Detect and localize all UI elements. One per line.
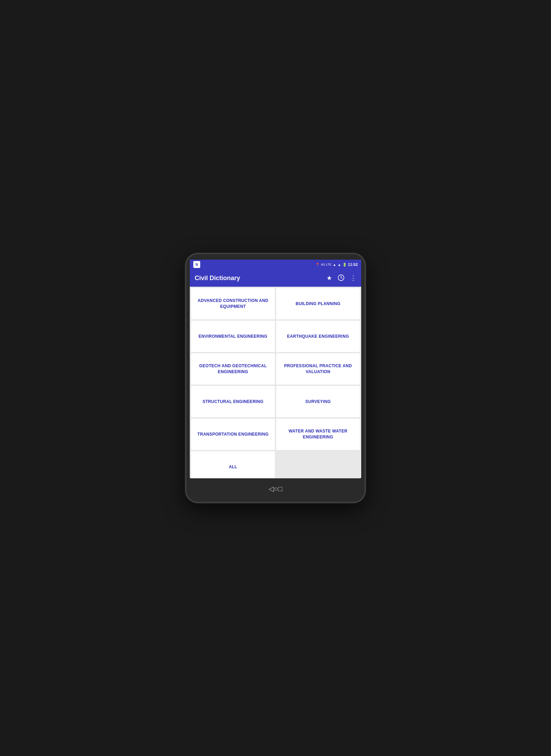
notification-logo: N bbox=[193, 261, 200, 268]
more-options-icon[interactable]: ⋮ bbox=[350, 275, 356, 281]
category-item-geotech-engineering[interactable]: GEOTECH AND GEOTECHNICAL ENGINEERING bbox=[191, 353, 275, 385]
status-time: 11:52 bbox=[348, 262, 358, 267]
grid-container: ADVANCED CONSTRUCTION AND EQUIPMENTBUILD… bbox=[190, 287, 361, 478]
app-title: Civil Dictionary bbox=[195, 275, 327, 282]
category-label-professional-practice: PROFESSIONAL PRACTICE AND VALUATION bbox=[280, 363, 356, 375]
category-label-all: ALL bbox=[229, 464, 237, 470]
signal-bars-2-icon: ▲ bbox=[338, 263, 341, 267]
app-bar-icons: ★ ⋮ bbox=[327, 274, 356, 282]
home-button[interactable]: ○ bbox=[274, 485, 278, 493]
category-item-advanced-construction[interactable]: ADVANCED CONSTRUCTION AND EQUIPMENT bbox=[191, 288, 275, 319]
location-icon: 📍 bbox=[315, 263, 320, 267]
category-item-transportation-engineering[interactable]: TRANSPORTATION ENGINEERING bbox=[191, 419, 275, 450]
category-item-earthquake-engineering[interactable]: EARTHQUAKE ENGINEERING bbox=[276, 321, 360, 352]
bottom-nav-bar: ◁ ○ □ bbox=[258, 482, 293, 496]
battery-icon: 🔋 bbox=[342, 263, 347, 267]
category-label-surveying: SURVEYING bbox=[305, 399, 331, 405]
app-bar: Civil Dictionary ★ ⋮ bbox=[190, 269, 361, 287]
history-icon[interactable] bbox=[338, 274, 345, 282]
category-item-building-planning[interactable]: BUILDING PLANNING bbox=[276, 288, 360, 319]
device-frame: N 📍 4G LTE ▲ ▲ 🔋 11:52 Civil Dictionary … bbox=[185, 253, 366, 503]
category-label-geotech-engineering: GEOTECH AND GEOTECHNICAL ENGINEERING bbox=[195, 363, 271, 375]
signal-text: 4G LTE bbox=[321, 263, 331, 266]
status-bar: N 📍 4G LTE ▲ ▲ 🔋 11:52 bbox=[190, 260, 361, 269]
signal-bars-icon: ▲ bbox=[333, 263, 336, 267]
category-label-transportation-engineering: TRANSPORTATION ENGINEERING bbox=[197, 431, 269, 437]
category-item-professional-practice[interactable]: PROFESSIONAL PRACTICE AND VALUATION bbox=[276, 353, 360, 385]
category-label-structural-engineering: STRUCTURAL ENGINEERING bbox=[203, 399, 264, 405]
category-label-environmental-engineering: ENVIRONMENTAL ENGINEERING bbox=[198, 334, 267, 339]
screen: N 📍 4G LTE ▲ ▲ 🔋 11:52 Civil Dictionary … bbox=[190, 260, 361, 478]
category-item-water-waste[interactable]: WATER AND WASTE WATER ENGINEERING bbox=[276, 419, 360, 450]
back-button[interactable]: ◁ bbox=[269, 485, 274, 493]
star-icon[interactable]: ★ bbox=[327, 275, 332, 281]
category-item-structural-engineering[interactable]: STRUCTURAL ENGINEERING bbox=[191, 386, 275, 417]
status-left: N bbox=[193, 261, 200, 268]
categories-grid: ADVANCED CONSTRUCTION AND EQUIPMENTBUILD… bbox=[191, 288, 360, 478]
recents-button[interactable]: □ bbox=[278, 485, 282, 493]
category-label-earthquake-engineering: EARTHQUAKE ENGINEERING bbox=[287, 334, 349, 339]
category-label-building-planning: BUILDING PLANNING bbox=[296, 301, 340, 307]
category-label-water-waste: WATER AND WASTE WATER ENGINEERING bbox=[280, 428, 356, 440]
category-label-advanced-construction: ADVANCED CONSTRUCTION AND EQUIPMENT bbox=[195, 298, 271, 310]
status-right: 📍 4G LTE ▲ ▲ 🔋 11:52 bbox=[315, 262, 358, 267]
category-item-environmental-engineering[interactable]: ENVIRONMENTAL ENGINEERING bbox=[191, 321, 275, 352]
category-item-surveying[interactable]: SURVEYING bbox=[276, 386, 360, 417]
category-item-all[interactable]: ALL bbox=[191, 451, 275, 478]
